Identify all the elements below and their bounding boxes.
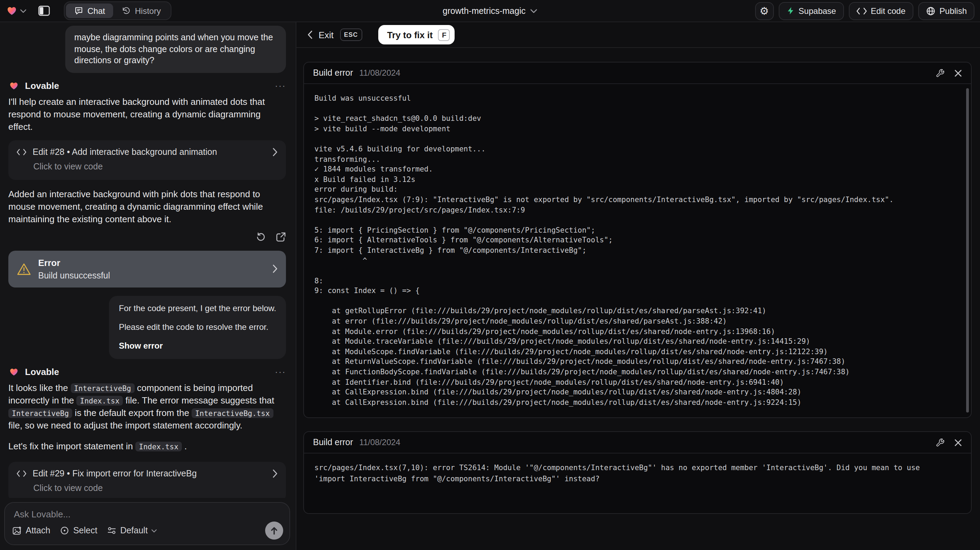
tab-history-label: History bbox=[135, 6, 161, 16]
chevron-down-icon bbox=[151, 529, 157, 532]
select-label: Select bbox=[73, 526, 97, 536]
code-brackets-icon bbox=[856, 7, 867, 14]
restore-button[interactable] bbox=[255, 231, 266, 242]
fix-wrench-button[interactable] bbox=[935, 438, 945, 447]
build-log: Build was unsuccessful > vite_react_shad… bbox=[304, 84, 971, 418]
settings-button[interactable]: ⚙ bbox=[755, 2, 773, 20]
build-error-card-header: Build error 11/08/2024 bbox=[304, 62, 971, 84]
attach-label: Attach bbox=[26, 526, 50, 536]
chat-icon bbox=[74, 6, 83, 15]
refresh-icon bbox=[255, 231, 266, 242]
close-card-button[interactable] bbox=[954, 69, 962, 77]
tab-chat-label: Chat bbox=[88, 6, 105, 16]
build-error-card[interactable]: Error Build unsuccessful bbox=[8, 250, 286, 287]
panel-left-icon bbox=[38, 6, 49, 16]
try-to-fix-label: Try to fix it bbox=[387, 30, 433, 40]
card-header-actions bbox=[935, 438, 962, 447]
code-brackets-icon bbox=[17, 148, 26, 155]
edit-card-28[interactable]: Edit #28 • Add interactive background an… bbox=[8, 140, 286, 180]
image-attach-icon bbox=[13, 526, 22, 535]
fix-wrench-button[interactable] bbox=[935, 69, 945, 77]
chevron-right-icon bbox=[273, 469, 278, 477]
external-link-icon bbox=[275, 231, 286, 242]
show-error-button[interactable]: Show error bbox=[119, 341, 276, 351]
chat-panel: maybe diagramming points and when you mo… bbox=[0, 22, 296, 550]
close-icon bbox=[954, 439, 962, 446]
inline-code: InteractiveBg.tsx bbox=[192, 408, 273, 418]
assistant-name: Lovable bbox=[25, 366, 59, 377]
lovable-app: Chat History growth-metrics-magic bbox=[0, 0, 980, 550]
fix-request-bubble: For the code present, I get the error be… bbox=[109, 295, 286, 359]
tab-history[interactable]: History bbox=[113, 3, 169, 18]
sidebar-toggle-button[interactable] bbox=[35, 2, 53, 20]
inline-code: Index.tsx bbox=[135, 441, 182, 451]
text-segment: Let's fix the import statement in bbox=[8, 441, 135, 451]
chevron-down-icon bbox=[20, 9, 26, 13]
message-action-row bbox=[8, 231, 286, 242]
build-error-date: 11/08/2024 bbox=[359, 438, 400, 448]
send-button[interactable] bbox=[265, 521, 283, 540]
assistant-message-header: Lovable ··· bbox=[8, 366, 286, 377]
build-error-log-card-1: Build error 11/08/2024 bbox=[303, 62, 972, 418]
open-preview-button[interactable] bbox=[275, 231, 286, 242]
composer-toolbar: Attach Select bbox=[13, 521, 283, 540]
build-error-title: Build error bbox=[313, 68, 353, 78]
lovable-heart-icon bbox=[6, 5, 18, 17]
supabase-icon bbox=[786, 6, 794, 15]
project-name[interactable]: growth-metrics-magic bbox=[443, 6, 526, 16]
fix-request-line1: For the code present, I get the error be… bbox=[119, 303, 276, 314]
wrench-icon bbox=[935, 69, 945, 77]
edit-code-button[interactable]: Edit code bbox=[848, 2, 913, 20]
assistant-paragraph: Added an interactive background with pin… bbox=[8, 188, 286, 225]
close-card-button[interactable] bbox=[954, 439, 962, 446]
chevron-left-icon bbox=[307, 30, 312, 39]
attach-button[interactable]: Attach bbox=[13, 526, 50, 536]
edit-code-label: Edit code bbox=[871, 6, 905, 16]
assistant-paragraph-rich: It looks like the InteractiveBg componen… bbox=[8, 382, 286, 432]
mode-label: Default bbox=[120, 526, 148, 536]
chat-composer: Attach Select bbox=[4, 502, 290, 545]
mode-dropdown[interactable]: Default bbox=[107, 526, 156, 536]
text-segment: file, so we need to adjust the import st… bbox=[8, 420, 242, 430]
history-icon bbox=[122, 6, 131, 15]
scrollbar-thumb[interactable] bbox=[966, 88, 969, 413]
code-brackets-icon bbox=[17, 470, 26, 477]
wrench-icon bbox=[935, 438, 945, 447]
edit-card-subtitle: Click to view code bbox=[33, 483, 278, 493]
project-chevron-down-icon[interactable] bbox=[530, 9, 537, 13]
build-error-card-header: Build error 11/08/2024 bbox=[304, 432, 971, 454]
lovable-heart-icon bbox=[8, 80, 19, 91]
esc-key-badge: ESC bbox=[340, 29, 362, 41]
chevron-right-icon bbox=[273, 265, 278, 273]
chat-message-list[interactable]: maybe diagramming points and when you mo… bbox=[0, 22, 296, 498]
lovable-logo-menu[interactable] bbox=[6, 5, 26, 17]
inline-code: Index.tsx bbox=[77, 395, 123, 405]
f-key-badge: F bbox=[438, 29, 450, 41]
tab-chat[interactable]: Chat bbox=[66, 3, 113, 18]
gear-icon: ⚙ bbox=[760, 5, 769, 17]
topbar-left: Chat History bbox=[6, 2, 171, 20]
globe-icon bbox=[926, 6, 935, 16]
message-more-button[interactable]: ··· bbox=[275, 80, 286, 91]
text-segment: . bbox=[182, 441, 187, 451]
text-segment: It looks like the bbox=[8, 382, 70, 393]
preview-panel: Exit ESC Try to fix it F Build error 11/… bbox=[296, 22, 980, 550]
preview-body: Build error 11/08/2024 bbox=[296, 48, 980, 550]
sliders-icon bbox=[107, 526, 116, 535]
publish-button[interactable]: Publish bbox=[918, 2, 974, 20]
error-card-subtitle: Build unsuccessful bbox=[38, 271, 110, 280]
edit-card-29[interactable]: Edit #29 • Fix import error for Interact… bbox=[8, 461, 286, 498]
supabase-button[interactable]: Supabase bbox=[778, 2, 844, 20]
assistant-paragraph: I'll help create an interactive backgrou… bbox=[8, 96, 286, 133]
edit-card-title: Edit #28 • Add interactive background an… bbox=[33, 147, 267, 156]
message-more-button[interactable]: ··· bbox=[275, 366, 286, 377]
chat-history-tabs: Chat History bbox=[64, 2, 171, 20]
try-to-fix-button[interactable]: Try to fix it F bbox=[378, 25, 455, 45]
text-segment: file. The error message suggests that bbox=[123, 395, 274, 405]
edit-card-title: Edit #29 • Fix import error for Interact… bbox=[33, 469, 267, 478]
chevron-right-icon bbox=[273, 148, 278, 156]
publish-label: Publish bbox=[939, 6, 967, 16]
exit-button[interactable]: Exit bbox=[318, 30, 334, 40]
select-button[interactable]: Select bbox=[60, 526, 97, 536]
build-error-date: 11/08/2024 bbox=[359, 68, 400, 78]
